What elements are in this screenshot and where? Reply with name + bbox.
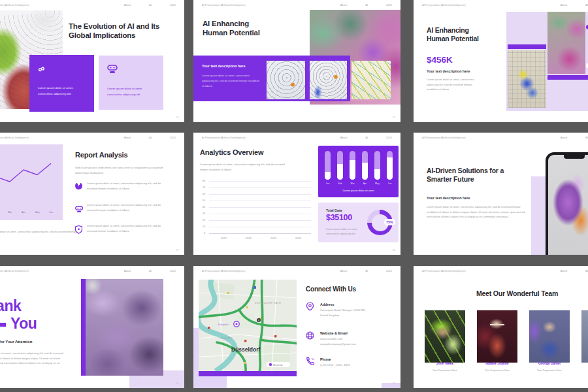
phone-notch [564, 155, 585, 159]
paint-texture-image [547, 12, 585, 74]
slide-title: The Evolution of AI and Its Global Impli… [69, 22, 172, 41]
nav-2025[interactable]: 2025 [170, 269, 176, 272]
slide-title: Analytics Overview [200, 148, 263, 157]
slide-title: AI Enhancing Human Potential [427, 26, 487, 42]
gallery-image-2 [310, 61, 347, 99]
nav-about[interactable]: About [340, 3, 347, 7]
phone-screen-image [548, 155, 588, 255]
page-number: 18 [393, 248, 395, 252]
nav-2025[interactable]: 2025 [386, 269, 392, 272]
line-chart [0, 148, 63, 206]
nav-ai[interactable]: AI [365, 269, 368, 272]
page-number: 21 [393, 382, 395, 385]
report-item-text: Lorem ipsum dolor sit amet, consectetur … [87, 181, 171, 191]
location-pin-icon [306, 302, 315, 311]
slide-thumbnail-team[interactable]: AI Presentation (Artificial Intelligence… [414, 266, 588, 388]
contact-value: (+23) 1746 - 1724 - 4859 [320, 363, 392, 368]
infinity-icon: ∞ [37, 63, 46, 74]
slide-title: Report Analysis [75, 151, 127, 159]
contact-label: Phone [320, 357, 331, 361]
nav-2025[interactable]: 2025 [386, 136, 392, 139]
nav-2025[interactable]: 2025 [386, 3, 392, 7]
nav-about[interactable]: About [561, 136, 567, 139]
description-subheading: Your text description here [427, 196, 470, 200]
brand-text: AI Presentation (Artificial Intelligence… [0, 3, 29, 7]
feature-card-primary[interactable]: ∞ Lorem ipsum dolor sit amet, consectetu… [29, 55, 94, 112]
thank-you-line1: Thank [0, 297, 37, 315]
slide-title: AI Enhancing Human Potential [203, 20, 267, 38]
feature-card-text: Lorem ipsum dolor sit amet, consectetur … [38, 85, 86, 97]
stat-value: $456K [427, 55, 453, 65]
slide-thumbnail-connect-with-us[interactable]: AI Presentation (Artificial Intelligence… [193, 266, 400, 388]
slide-thumbnail-ai-enhancing-potential[interactable]: AI Presentation (Artificial Intelligence… [193, 0, 400, 122]
band-heading: Your text description here [202, 64, 245, 68]
contact-value[interactable]: www.example.comexamplecompany@gmail.com [320, 336, 392, 346]
band-text: Lorem ipsum dolor sit amet, consectetur … [202, 73, 262, 89]
nav-ai[interactable]: AI [149, 3, 152, 7]
slide-thumbnail-report-analysis[interactable]: AI Presentation (Artificial Intelligence… [0, 133, 184, 255]
nav-ai[interactable]: AI [585, 269, 588, 272]
nav-ai[interactable]: AI [365, 136, 368, 139]
purple-3d-letters-image [86, 279, 163, 376]
nav-2025[interactable]: 2025 [170, 136, 176, 139]
slide-thumbnail-evolution-of-ai[interactable]: AI Presentation (Artificial Intelligence… [0, 0, 184, 122]
nav-about[interactable]: About [340, 136, 347, 139]
scatter-plot-image [508, 50, 546, 108]
slide-thumbnail-analytics-overview[interactable]: AI Presentation (Artificial Intelligence… [193, 133, 400, 255]
percent-badge: 75% [384, 219, 395, 225]
line-chart-panel: JanFebMarAprMayJun [0, 144, 63, 220]
city-map[interactable]: S Kunstpalast DÜSSELDORF RATH ALTSTADT D… [199, 280, 297, 371]
slide-thumbnail-ai-driven-solutions[interactable]: AI Presentation (Artificial Intelligence… [414, 133, 588, 255]
brand-text: AI Presentation (Artificial Intelligence… [422, 136, 465, 139]
team-photo-1 [425, 310, 465, 363]
nav-about[interactable]: About [124, 136, 131, 139]
nav-ai[interactable]: AI [149, 136, 152, 139]
nav-ai[interactable]: AI [585, 136, 588, 139]
nav-about[interactable]: About [124, 3, 131, 7]
slide-thumbnail-stat-456k[interactable]: AI Presentation (Artificial Intelligence… [414, 0, 588, 122]
brand-text: AI Presentation (Artificial Intelligence… [202, 3, 245, 7]
dash-decoration [0, 323, 6, 327]
team-photo-2 [477, 310, 517, 363]
slide-subtitle: Sed ut perspiciatis unde omnis iste natu… [75, 165, 169, 175]
accent-bar-top [508, 44, 546, 49]
lavender-accent-corner [382, 383, 400, 388]
stacked-bar-plot: 2021202220232024 [209, 181, 311, 234]
nav-ai[interactable]: AI [365, 3, 368, 7]
team-member-role: Your Department Here [529, 369, 570, 372]
stat-description: Lorem ipsum dolor sit amet, consectetur … [427, 77, 484, 92]
nav-about[interactable]: About [124, 269, 131, 272]
report-item-text: Lorem ipsum dolor sit amet, consectetur … [87, 203, 171, 212]
team-member-name: Natalie Joanne [477, 361, 517, 365]
page-number: 14 [176, 116, 179, 119]
nav-ai[interactable]: AI [149, 269, 152, 272]
monthly-bars-panel: JanFebMarAprMayJun Lorem ipsum dolor sit… [318, 146, 399, 197]
map-badge-label: Minuteslab [273, 364, 283, 367]
total-data-value: $35100 [326, 213, 352, 222]
slide-grid: AI Presentation (Artificial Intelligence… [0, 0, 588, 392]
total-data-label: Total Data [326, 208, 342, 212]
nav-ai[interactable]: AI [585, 3, 588, 7]
slide-title: AI-Driven Solutions for a Smarter Future [427, 167, 510, 183]
nav-about[interactable]: About [561, 3, 567, 7]
attention-subheading: Thank You for Your Attention [0, 340, 60, 344]
closing-text: Lorem ipsum dolor sit amet, consectetur … [0, 351, 70, 366]
nav-about[interactable]: About [561, 269, 567, 272]
phone-mockup [546, 152, 588, 255]
team-member-name: John Week [425, 361, 465, 365]
brand-text: AI Presentation (Artificial Intelligence… [202, 136, 245, 139]
slide-header: AI Presentation (Artificial Intelligence… [0, 3, 176, 7]
team-member-name: George Daniel [529, 361, 570, 365]
map-accent-bar [199, 371, 297, 376]
feature-card-secondary[interactable]: Lorem ipsum dolor sit amet, consectetur … [99, 56, 163, 110]
page-number: 15 [393, 116, 395, 119]
nav-2025[interactable]: 2025 [170, 3, 176, 7]
team-photo-3 [529, 310, 570, 363]
contact-value: Consequat Road, Ratingen CG1579K,United … [320, 308, 392, 318]
footnote-text: Lorem ipsum dolor sit amet, consectetur … [0, 229, 106, 235]
brand-text: AI Presentation (Artificial Intelligence… [202, 269, 245, 272]
slide-thumbnail-thank-you[interactable]: AI Presentation (Artificial Intelligence… [0, 266, 184, 388]
nav-about[interactable]: About [340, 269, 347, 272]
page-number: 17 [176, 248, 179, 252]
total-data-card: Total Data $35100 Lorem ipsum dolor sit … [318, 203, 399, 242]
